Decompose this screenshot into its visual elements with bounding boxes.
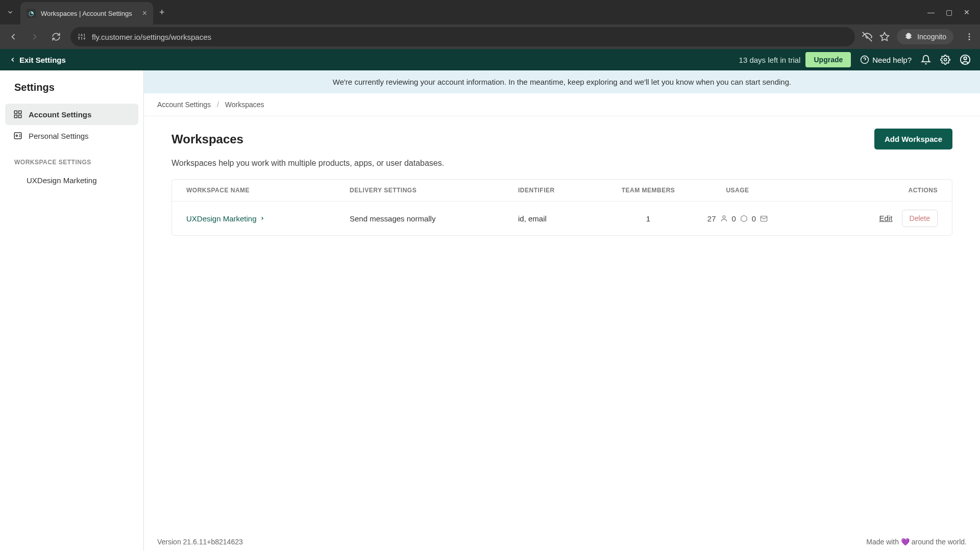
version-text: Version 21.6.11+b8214623 [157, 538, 243, 546]
browser-toolbar: fly.customer.io/settings/workspaces Inco… [0, 24, 980, 49]
svg-rect-18 [14, 111, 17, 113]
user-icon [13, 131, 22, 140]
breadcrumb-parent[interactable]: Account Settings [157, 101, 211, 109]
table-header-row: WORKSPACE NAME DELIVERY SETTINGS IDENTIF… [172, 180, 952, 202]
usage-objects-count: 0 [732, 214, 736, 223]
exit-settings-label: Exit Settings [19, 56, 66, 64]
page-title: Workspaces [172, 132, 243, 146]
eye-off-icon[interactable] [862, 32, 872, 42]
add-workspace-button[interactable]: Add Workspace [874, 129, 952, 149]
workspaces-table: WORKSPACE NAME DELIVERY SETTINGS IDENTIF… [172, 179, 952, 236]
site-settings-icon[interactable] [78, 33, 86, 41]
sidebar-title: Settings [5, 80, 138, 104]
forward-button[interactable] [28, 30, 42, 44]
members-cell: 1 [605, 214, 692, 223]
identifier-cell: id, email [518, 214, 605, 223]
workspace-name-link[interactable]: UXDesign Marketing [186, 214, 265, 223]
url-text: fly.customer.io/settings/workspaces [92, 33, 211, 41]
grid-icon [13, 110, 22, 119]
svg-rect-19 [19, 111, 21, 113]
close-window-button[interactable]: ✕ [964, 8, 970, 16]
table-row: UXDesign Marketing Send messages normall… [172, 202, 952, 235]
col-header-name: WORKSPACE NAME [186, 187, 350, 194]
svg-point-10 [969, 33, 970, 35]
sidebar-item-personal-settings[interactable]: Personal Settings [5, 125, 138, 146]
address-bar[interactable]: fly.customer.io/settings/workspaces [70, 27, 855, 46]
mail-icon [760, 215, 768, 222]
svg-point-23 [16, 135, 17, 137]
sidebar-workspace-item[interactable]: UXDesign Marketing [5, 171, 138, 190]
svg-point-11 [969, 36, 970, 38]
trial-status: 13 days left in trial [739, 56, 801, 64]
need-help-button[interactable]: Need help? [860, 55, 912, 64]
window-controls: — ▢ ✕ [927, 8, 976, 16]
svg-rect-20 [19, 115, 21, 118]
notifications-icon[interactable] [921, 55, 931, 65]
browser-tab[interactable]: ◔ Workspaces | Account Settings × [20, 2, 153, 24]
usage-people-count: 27 [707, 214, 716, 223]
user-avatar-icon[interactable] [960, 54, 971, 65]
svg-marker-9 [880, 33, 889, 41]
svg-point-12 [969, 39, 970, 40]
delete-button[interactable]: Delete [902, 210, 938, 227]
browser-tab-strip: ◔ Workspaces | Account Settings × + — ▢ … [0, 0, 980, 24]
footer: Version 21.6.11+b8214623 Made with 💜 aro… [144, 533, 980, 551]
svg-point-24 [723, 215, 725, 218]
incognito-label: Incognito [917, 33, 946, 41]
back-button[interactable] [6, 30, 20, 44]
incognito-badge[interactable]: Incognito [897, 29, 953, 44]
info-banner: We're currently reviewing your account i… [144, 70, 980, 93]
page-description: Workspaces help you work with multiple p… [172, 159, 952, 168]
browser-menu-icon[interactable] [965, 32, 974, 41]
tab-title: Workspaces | Account Settings [41, 10, 138, 17]
settings-gear-icon[interactable] [940, 55, 950, 65]
new-tab-button[interactable]: + [159, 7, 165, 18]
heart-icon: 💜 [901, 538, 910, 546]
sidebar-item-account-settings[interactable]: Account Settings [5, 104, 138, 125]
svg-rect-21 [14, 115, 17, 118]
upgrade-button[interactable]: Upgrade [805, 52, 851, 67]
need-help-label: Need help? [872, 56, 912, 64]
col-header-delivery: DELIVERY SETTINGS [350, 187, 518, 194]
svg-point-15 [944, 59, 947, 61]
breadcrumb: Account Settings / Workspaces [144, 93, 980, 116]
delivery-cell: Send messages normally [350, 214, 518, 223]
usage-stats: 27 0 0 [692, 214, 783, 223]
people-icon [720, 215, 728, 222]
maximize-button[interactable]: ▢ [946, 8, 952, 16]
col-header-actions: ACTIONS [783, 187, 938, 194]
breadcrumb-separator: / [217, 101, 219, 109]
sidebar-item-label: Personal Settings [29, 132, 89, 140]
svg-point-17 [964, 57, 967, 60]
cube-icon [740, 215, 748, 222]
col-header-identifier: IDENTIFIER [518, 187, 605, 194]
sidebar-item-label: Account Settings [29, 110, 91, 119]
bookmark-star-icon[interactable] [879, 32, 890, 42]
col-header-usage: USAGE [692, 187, 783, 194]
close-tab-icon[interactable]: × [142, 9, 147, 18]
chevron-right-icon [260, 216, 265, 221]
app-header: Exit Settings 13 days left in trial Upgr… [0, 49, 980, 70]
reload-button[interactable] [49, 30, 63, 44]
exit-settings-button[interactable]: Exit Settings [9, 56, 66, 64]
main-content: We're currently reviewing your account i… [144, 70, 980, 551]
minimize-button[interactable]: — [927, 8, 935, 16]
tab-search-dropdown[interactable] [4, 6, 16, 18]
usage-messages-count: 0 [752, 214, 756, 223]
sidebar-section-title: WORKSPACE SETTINGS [5, 146, 138, 171]
breadcrumb-current: Workspaces [225, 101, 264, 109]
made-with-text: Made with 💜 around the world. [866, 538, 967, 546]
tab-favicon-icon: ◔ [27, 9, 36, 18]
col-header-members: TEAM MEMBERS [605, 187, 692, 194]
workspace-name-text: UXDesign Marketing [186, 214, 257, 223]
edit-link[interactable]: Edit [879, 214, 893, 222]
sidebar: Settings Account Settings Personal Setti… [0, 70, 144, 551]
